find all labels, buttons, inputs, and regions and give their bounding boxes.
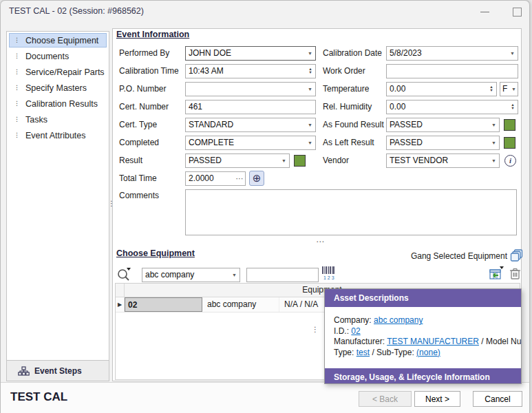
as-left-result-select[interactable]: ▼	[386, 136, 500, 150]
event-steps-button[interactable]: Event Steps	[7, 360, 109, 381]
storage-lifecycle-header: Storage, Usage, & Lifecycle Information	[325, 368, 521, 384]
drag-handle-icon[interactable]: ⋮	[14, 116, 20, 123]
row-marker-icon: ▶	[116, 297, 125, 312]
search-icon[interactable]	[116, 266, 131, 282]
total-time-input[interactable]	[186, 173, 234, 184]
equipment-search-field[interactable]	[246, 268, 319, 282]
vendor-label: Vendor	[323, 156, 386, 165]
section-splitter-handle[interactable]: ⋯	[316, 240, 325, 244]
cert-number-field[interactable]	[185, 100, 316, 114]
total-time-field[interactable]: ⋯	[185, 171, 246, 186]
cert-type-label: Cert. Type	[119, 120, 185, 129]
performed-by-select[interactable]: ▼	[185, 46, 316, 61]
spinner-icon[interactable]: ▲▼	[487, 85, 496, 92]
event-steps-sidebar: ⋮ Choose Equipment ⋮ Documents ⋮ Service…	[6, 31, 109, 381]
chevron-down-icon[interactable]: ▼	[489, 140, 499, 145]
completed-select[interactable]: ▼	[185, 136, 316, 150]
chevron-down-icon[interactable]: ▼	[279, 158, 289, 163]
title-bar[interactable]: TEST CAL - 02 (Session: #968562)	[1, 1, 529, 23]
subtype-link[interactable]: (none)	[416, 348, 440, 357]
work-order-field[interactable]	[386, 64, 518, 78]
company-filter-select[interactable]: ▼	[142, 268, 240, 282]
chevron-down-icon[interactable]: ▼	[229, 273, 240, 277]
completed-input[interactable]	[186, 137, 305, 149]
back-button[interactable]: < Back	[359, 391, 412, 407]
temperature-field[interactable]: ▲▼	[386, 82, 497, 96]
sidebar-item-service-repair-parts[interactable]: ⋮ Service/Repair Parts	[9, 65, 107, 79]
equipment-id-cell[interactable]: 02	[125, 297, 202, 312]
chevron-down-icon[interactable]: ▼	[305, 123, 315, 127]
result-input[interactable]	[186, 155, 279, 167]
type-link[interactable]: test	[357, 348, 370, 357]
drag-handle-icon[interactable]: ⋮	[14, 69, 20, 75]
add-time-button[interactable]: ⊕	[249, 171, 264, 186]
vendor-info-icon[interactable]: i	[504, 155, 516, 167]
sidebar-item-tasks[interactable]: ⋮ Tasks	[9, 112, 107, 127]
calibration-date-select[interactable]: ▼	[386, 46, 518, 61]
chevron-down-icon[interactable]: ▼	[305, 87, 315, 92]
company-link[interactable]: abc company	[374, 315, 423, 325]
window-title: TEST CAL - 02 (Session: #968562)	[9, 6, 144, 16]
drag-handle-icon[interactable]: ⋮	[14, 37, 20, 43]
rel-humidity-input[interactable]	[387, 101, 508, 113]
sidebar-item-specify-masters[interactable]: ⋮ Specify Masters	[9, 81, 107, 95]
calibration-date-input[interactable]	[387, 47, 507, 59]
delete-equipment-icon[interactable]	[509, 267, 521, 280]
result-label: Result	[119, 156, 185, 165]
id-link[interactable]: 02	[351, 326, 360, 336]
po-number-input[interactable]	[186, 83, 305, 95]
rel-humidity-label: Rel. Humidity	[323, 102, 386, 112]
cancel-button[interactable]: Cancel	[473, 391, 522, 407]
temperature-input[interactable]	[387, 83, 487, 95]
drag-handle-icon[interactable]: ⋮	[14, 85, 20, 91]
work-order-input[interactable]	[387, 65, 518, 77]
cert-type-select[interactable]: ▼	[185, 118, 316, 132]
calibration-time-input[interactable]	[186, 65, 306, 77]
result-select[interactable]: ▼	[185, 153, 290, 168]
spinner-icon[interactable]: ▲▼	[508, 103, 518, 110]
asset-type-line: Type: test / Sub-Type: (none)	[334, 348, 521, 359]
popup-splitter-handle[interactable]: ⋮	[312, 326, 319, 332]
minimize-icon[interactable]	[476, 5, 495, 19]
performed-by-input[interactable]	[186, 47, 305, 59]
spinner-icon[interactable]: ▲▼	[306, 67, 315, 74]
drag-handle-icon[interactable]: ⋮	[14, 100, 20, 107]
as-left-result-input[interactable]	[387, 137, 489, 149]
sidebar-item-documents[interactable]: ⋮ Documents	[9, 49, 107, 63]
chevron-down-icon[interactable]: ▼	[489, 123, 499, 127]
gang-equipment-icon[interactable]	[510, 249, 523, 262]
chevron-down-icon[interactable]: ▼	[507, 51, 518, 56]
po-number-select[interactable]: ▼	[185, 82, 316, 96]
sidebar-item-event-attributes[interactable]: ⋮ Event Attributes	[9, 128, 107, 142]
drag-handle-icon[interactable]: ⋮	[14, 53, 20, 59]
equipment-search-input[interactable]	[247, 269, 318, 281]
cert-number-input[interactable]	[186, 101, 315, 113]
sidebar-item-choose-equipment[interactable]: ⋮ Choose Equipment	[9, 33, 107, 47]
calibration-time-field[interactable]: ▲▼	[185, 64, 316, 78]
manufacturer-link[interactable]: TEST MANUFACTURER	[387, 337, 479, 346]
equipment-company-cell[interactable]: abc company	[202, 297, 279, 312]
temperature-unit-select[interactable]: ▼	[500, 82, 518, 96]
maximize-icon[interactable]	[507, 5, 526, 19]
chevron-down-icon[interactable]: ▼	[489, 158, 499, 163]
as-found-result-select[interactable]: ▼	[386, 118, 500, 132]
select-equipment-icon[interactable]	[489, 266, 504, 281]
rel-humidity-field[interactable]: ▲▼	[386, 100, 518, 114]
drag-handle-icon[interactable]: ⋮	[14, 132, 20, 138]
sidebar-item-calibration-results[interactable]: ⋮ Calibration Results	[9, 96, 107, 111]
temperature-unit-input[interactable]	[500, 83, 510, 95]
vendor-select[interactable]: ▼	[386, 153, 500, 168]
next-button[interactable]: Next >	[414, 391, 460, 407]
ellipsis-button[interactable]: ⋯	[234, 174, 245, 183]
chevron-down-icon[interactable]: ▼	[305, 140, 315, 145]
comments-textarea[interactable]	[185, 189, 517, 235]
company-filter-input[interactable]	[142, 269, 229, 281]
as-found-result-input[interactable]	[387, 119, 489, 131]
chevron-down-icon[interactable]: ▼	[305, 51, 315, 56]
footer-bar: TEST CAL < Back Next > Cancel	[1, 382, 529, 413]
chevron-down-icon[interactable]: ▼	[510, 87, 518, 92]
barcode-icon[interactable]: 1 2 3	[322, 266, 334, 280]
cert-type-input[interactable]	[186, 119, 305, 131]
subtype-label: / Sub-Type:	[372, 348, 414, 357]
vendor-input[interactable]	[387, 155, 489, 167]
